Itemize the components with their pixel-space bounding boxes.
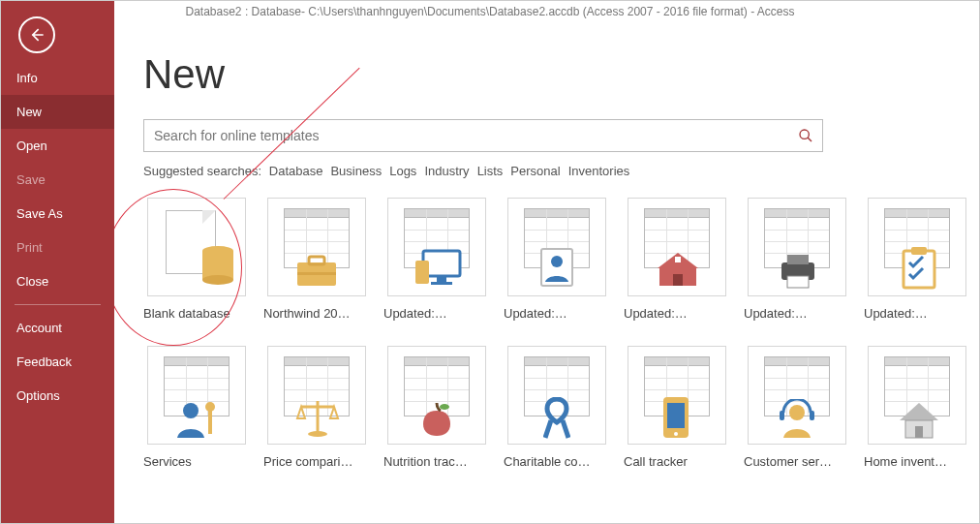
template-headset[interactable]: Customer ser… bbox=[744, 346, 850, 469]
phone-icon bbox=[628, 346, 726, 445]
template-checklist[interactable]: Updated:… bbox=[864, 198, 970, 321]
svg-rect-31 bbox=[667, 403, 685, 428]
svg-point-33 bbox=[789, 405, 805, 420]
backstage-sidebar: InfoNewOpenSaveSave AsPrintCloseAccountF… bbox=[1, 1, 114, 523]
headset-icon bbox=[748, 346, 846, 445]
suggested-lists[interactable]: Lists bbox=[477, 164, 504, 178]
apple-icon bbox=[387, 346, 486, 445]
svg-rect-17 bbox=[675, 257, 681, 262]
school-icon bbox=[628, 198, 726, 296]
svg-rect-6 bbox=[309, 257, 324, 264]
template-label: Updated:… bbox=[504, 306, 610, 321]
template-scales[interactable]: Price compari… bbox=[263, 346, 370, 469]
svg-marker-36 bbox=[900, 403, 938, 420]
svg-point-13 bbox=[551, 256, 563, 267]
svg-rect-34 bbox=[780, 411, 784, 420]
printer-icon bbox=[748, 198, 846, 296]
template-label: Updated:… bbox=[624, 306, 730, 321]
search-input[interactable] bbox=[144, 128, 789, 143]
template-search[interactable] bbox=[143, 119, 823, 152]
template-label: Charitable co… bbox=[504, 454, 610, 469]
nav-options[interactable]: Options bbox=[1, 379, 114, 413]
template-label: Updated:… bbox=[744, 306, 850, 321]
svg-point-23 bbox=[183, 403, 199, 418]
checklist-icon bbox=[868, 198, 966, 296]
svg-point-4 bbox=[202, 275, 233, 285]
svg-rect-10 bbox=[431, 282, 452, 285]
template-contact[interactable]: Updated:… bbox=[504, 198, 610, 321]
template-label: Updated:… bbox=[864, 306, 970, 321]
search-icon[interactable] bbox=[789, 128, 822, 143]
template-blank-db[interactable]: Blank database bbox=[143, 198, 250, 321]
template-label: Home invent… bbox=[864, 454, 970, 469]
back-arrow-icon bbox=[27, 25, 46, 45]
template-devices[interactable]: Updated:… bbox=[383, 198, 490, 321]
template-apple[interactable]: Nutrition trac… bbox=[383, 346, 490, 469]
scales-icon bbox=[267, 346, 366, 445]
svg-rect-19 bbox=[787, 255, 809, 264]
template-briefcase[interactable]: Northwind 20… bbox=[263, 198, 370, 321]
svg-point-29 bbox=[440, 404, 449, 410]
page-title: New bbox=[143, 51, 950, 98]
template-label: Northwind 20… bbox=[263, 306, 370, 321]
svg-rect-22 bbox=[911, 247, 927, 255]
contact-icon bbox=[507, 198, 606, 296]
svg-point-25 bbox=[205, 402, 215, 412]
svg-rect-11 bbox=[415, 261, 429, 284]
svg-point-28 bbox=[308, 431, 327, 437]
svg-rect-16 bbox=[673, 274, 683, 286]
template-label: Price compari… bbox=[263, 454, 370, 469]
template-label: Call tracker bbox=[624, 454, 730, 469]
nav-close[interactable]: Close bbox=[1, 264, 114, 298]
back-button[interactable] bbox=[18, 16, 55, 53]
nav-open[interactable]: Open bbox=[1, 129, 114, 163]
suggested-personal[interactable]: Personal bbox=[510, 164, 560, 178]
nav-feedback[interactable]: Feedback bbox=[1, 345, 114, 379]
house-icon bbox=[868, 346, 966, 445]
svg-line-1 bbox=[808, 138, 812, 141]
svg-rect-9 bbox=[437, 276, 446, 282]
svg-point-32 bbox=[674, 432, 678, 436]
template-label: Services bbox=[143, 454, 250, 469]
svg-rect-7 bbox=[297, 272, 336, 275]
nav-save-as[interactable]: Save As bbox=[1, 197, 114, 231]
svg-rect-35 bbox=[810, 411, 814, 420]
template-label: Blank database bbox=[143, 306, 250, 321]
template-label: Nutrition trac… bbox=[383, 454, 490, 469]
person-wrench-icon bbox=[147, 346, 246, 445]
svg-rect-20 bbox=[787, 276, 809, 288]
svg-rect-21 bbox=[903, 251, 934, 288]
suggested-inventories[interactable]: Inventories bbox=[568, 164, 630, 178]
template-ribbon[interactable]: Charitable co… bbox=[504, 346, 610, 469]
main-panel: New Suggested searches: DatabaseBusiness… bbox=[114, 22, 979, 523]
template-label: Customer ser… bbox=[744, 454, 850, 469]
template-phone[interactable]: Call tracker bbox=[624, 346, 730, 469]
nav-print: Print bbox=[1, 231, 114, 264]
suggested-business[interactable]: Business bbox=[330, 164, 382, 178]
briefcase-icon bbox=[267, 198, 366, 296]
blank-db-icon bbox=[147, 198, 246, 296]
template-label: Updated:… bbox=[383, 306, 490, 321]
template-school[interactable]: Updated:… bbox=[624, 198, 730, 321]
nav-save: Save bbox=[1, 163, 114, 197]
suggested-label: Suggested searches: bbox=[143, 164, 261, 178]
suggested-industry[interactable]: Industry bbox=[424, 164, 469, 178]
window-title: Database2 : Database- C:\Users\thanhnguy… bbox=[1, 1, 979, 22]
svg-rect-38 bbox=[915, 426, 923, 438]
devices-icon bbox=[387, 198, 486, 296]
suggested-logs[interactable]: Logs bbox=[389, 164, 416, 178]
svg-point-0 bbox=[800, 130, 809, 139]
template-printer[interactable]: Updated:… bbox=[744, 198, 850, 321]
nav-new[interactable]: New bbox=[1, 95, 114, 129]
suggested-database[interactable]: Database bbox=[269, 164, 323, 178]
template-house[interactable]: Home invent… bbox=[864, 346, 970, 469]
template-person-wrench[interactable]: Services bbox=[143, 346, 250, 469]
nav-info[interactable]: Info bbox=[1, 61, 114, 95]
ribbon-icon bbox=[507, 346, 606, 445]
nav-account[interactable]: Account bbox=[1, 311, 114, 345]
suggested-searches: Suggested searches: DatabaseBusinessLogs… bbox=[143, 164, 950, 178]
